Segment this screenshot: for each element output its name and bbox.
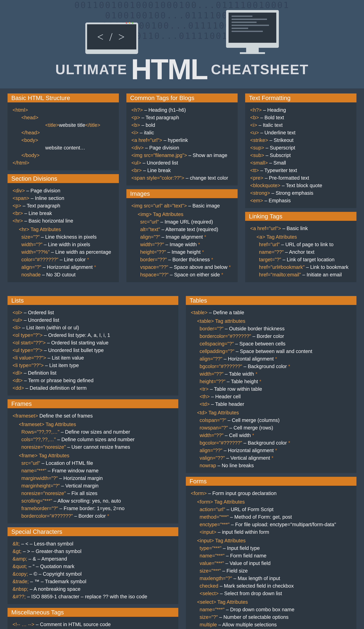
tag-text: <div> (131, 145, 144, 151)
tag-text: bordercolor="#??????" (200, 333, 251, 339)
tag-text: <body> (21, 137, 38, 143)
code-line: <i> – Italic text (250, 121, 352, 129)
code-line: height="??" – Image height * (131, 248, 233, 256)
card-header: Lists (7, 296, 178, 305)
tag-text: <br> (131, 167, 142, 173)
code-line: multiple – Allow multiple selections (191, 621, 352, 628)
desc-text: – Small (268, 160, 286, 165)
tag-text: rowspan="?" (200, 425, 228, 431)
desc-text: – URL of page to link to (280, 242, 334, 247)
desc-text: – Line break (23, 210, 52, 216)
desc-text: – Define column sizes and number (56, 437, 135, 442)
code-line: website content… (12, 144, 114, 152)
desc-text: – Field size (221, 568, 248, 574)
code-line: colspan="?" – Cell merge (columns) (191, 416, 352, 424)
code-line: bgcolor="#??????" – Background color * (191, 363, 352, 370)
desc-text: – Select from drop down list (219, 591, 282, 596)
desc-text: – " – Quotation mark (27, 564, 75, 569)
desc-text: – Horizontal alignment (41, 264, 94, 270)
card-linking: Linking Tags <a href="url"> – Basic link… (245, 212, 357, 282)
code-line: noresize="noresize" – Fix all sizes (12, 489, 173, 497)
tag-text: nowrap (200, 463, 216, 468)
attr-group-title: <table> Tag attributes (191, 317, 352, 325)
tag-text: <br> (12, 210, 23, 216)
desc-text: – Strong emphasis (270, 190, 313, 196)
desc-text: – Heading (262, 107, 286, 113)
tag-text: &amp; (12, 556, 27, 562)
tag-text: </html> (12, 160, 29, 165)
desc-text: – Inline section (29, 195, 64, 201)
desc-text: – Space above and below (168, 264, 229, 270)
desc-text: – List item type (44, 363, 79, 368)
tag-text: marginheight="?" (21, 483, 60, 488)
tag-text: &#??; (12, 594, 26, 599)
desc-text: – Detailed definition of term (24, 385, 87, 391)
content-grid: Basic HTML Structure <html><head><title>… (0, 88, 364, 296)
code-line: <li type="??"> – List item type (12, 361, 173, 369)
attr-group-title: <input> Tag Attributes (191, 537, 352, 544)
desc-text: – italic (138, 130, 154, 135)
desc-text: – Initiate an email (301, 272, 342, 277)
tag-text: <li type="??"> (12, 363, 44, 368)
code-line: </body> (12, 152, 114, 159)
code-line: <sub> – Subscript (250, 152, 352, 159)
card-body: <table> – Define a table<table> Tag attr… (186, 305, 357, 473)
desc-text: – Cell merge (columns) (226, 417, 279, 423)
tag-text: <a href="url"> (131, 137, 162, 143)
tag-text: valign="??" (200, 455, 225, 461)
code-line: cellspacing="?" – Space between cells (191, 340, 352, 347)
desc-text: – Horizontal alignment (222, 448, 275, 453)
tag-text: <hr> (12, 218, 23, 224)
desc-text: – Basic image (187, 203, 220, 208)
desc-text: – Input field type (221, 545, 260, 551)
desc-text: – ™ – Trademark symbol (29, 579, 86, 584)
tag-text: frameborder="?" (21, 506, 58, 511)
tag-text: enctype="***" (200, 522, 230, 527)
left-column: Basic HTML Structure <html><head><title>… (7, 93, 119, 286)
code-line: <th> – Header cell (191, 393, 352, 400)
tag-text: size="***" (200, 568, 221, 574)
tag-text: <th> (200, 394, 210, 399)
tag-text: <ol> (12, 310, 22, 315)
tag-text: <title> (45, 122, 59, 128)
tag-text: <input> (200, 529, 216, 535)
code-line: <li> – List item (within ol or ul) (12, 324, 173, 331)
tag-text: checked (200, 583, 218, 589)
code-line: <ol type="?"> – Ordered list type: A, a,… (12, 331, 173, 339)
desc-text: – Allow scrolling: yes, no, auto (52, 498, 121, 504)
card-lists: Lists <ol> – Ordered list<ul> – Unordere… (7, 296, 178, 396)
code-line: <!DOCTYPE html … > – Document type defin… (12, 628, 173, 629)
code-line: name="***" – Frame window name (12, 467, 173, 474)
tag-text: colspan="?" (200, 417, 226, 423)
code-line: <ul> – Unordered list (131, 159, 233, 166)
code-line: bordercolor="#??????" – Border color (191, 332, 352, 340)
laptop-icon: ● ● ● < / > (85, 22, 138, 54)
tag-text: </head> (21, 130, 40, 135)
tag-text: align="??" (200, 448, 222, 453)
desc-text: – Basic link (281, 226, 308, 231)
desc-text: – Page division (144, 145, 179, 151)
code-line: href="url#bookmark" – Link to bookmark (250, 263, 352, 271)
code-line: <blockquote> – Text block quote (250, 182, 352, 189)
tag-text: <span style="color:??"> (131, 175, 184, 181)
tag-text: width="?" (21, 242, 42, 247)
desc-text: – For file upload: enctype="multipart/fo… (230, 522, 336, 527)
tag-text: hspace="??" (140, 272, 169, 277)
desc-text: – Unordered list (141, 160, 178, 165)
desc-text: – Image URL (required) (159, 219, 213, 225)
desc-text: – Strikeout (268, 137, 293, 143)
tag-text: </body> (21, 153, 40, 158)
code-line: <b> – bold (131, 121, 233, 129)
tag-text: <tr> (200, 386, 209, 392)
code-line: <img src="url" alt="text"> – Basic image (131, 202, 233, 209)
code-line: cols="??,??,…" – Define column sizes and… (12, 436, 173, 443)
code-line: <dl> – Definition list (12, 369, 173, 377)
code-line: src="url" – Location of HTML file (12, 459, 173, 467)
tag-text: type="***" (200, 545, 221, 551)
desc-text: – > – Greater-than symbol (21, 548, 82, 554)
tag-text: src="url" (21, 460, 40, 466)
card-header: Frames (7, 399, 178, 408)
code-line: noshade – No 3D cutout (12, 271, 114, 278)
tag-text: <li> (12, 325, 21, 330)
code-line: border="?" – Outside border thickness (191, 325, 352, 332)
